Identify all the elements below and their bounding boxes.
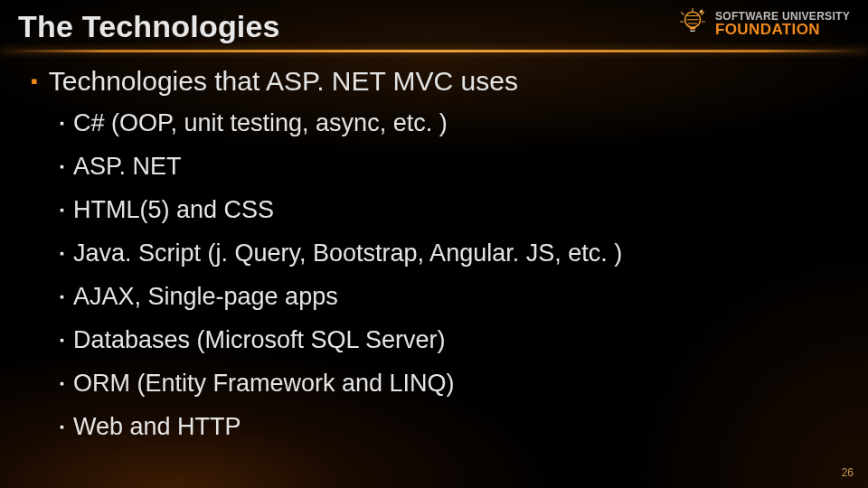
title-bar: The Technologies SOFTWARE UNIVERSITY FOU… bbox=[0, 0, 868, 50]
list-item-text: ORM (Entity Framework and LINQ) bbox=[73, 369, 455, 398]
list-item-text: Databases (Microsoft SQL Server) bbox=[73, 325, 446, 354]
square-bullet-icon: ▪ bbox=[60, 369, 64, 398]
square-bullet-icon: ▪ bbox=[60, 195, 64, 224]
slide-title: The Technologies bbox=[18, 9, 280, 44]
list-item: ▪ ORM (Entity Framework and LINQ) bbox=[60, 369, 850, 398]
square-bullet-icon: ▪ bbox=[60, 325, 64, 354]
list-item-text: Web and HTTP bbox=[73, 412, 241, 441]
list-item: ▪ Java. Script (j. Query, Bootstrap, Ang… bbox=[60, 239, 850, 267]
list-item-text: Java. Script (j. Query, Bootstrap, Angul… bbox=[73, 239, 622, 267]
brand-logo-text: SOFTWARE UNIVERSITY FOUNDATION bbox=[715, 11, 850, 38]
square-bullet-icon: ▪ bbox=[60, 412, 64, 441]
bullet-level2-list: ▪ C# (OOP, unit testing, async, etc. ) ▪… bbox=[60, 108, 850, 441]
list-item: ▪ HTML(5) and CSS bbox=[60, 195, 850, 224]
lightbulb-icon bbox=[677, 7, 708, 42]
list-item: ▪ Databases (Microsoft SQL Server) bbox=[60, 325, 850, 354]
list-item: ▪ AJAX, Single-page apps bbox=[60, 282, 850, 311]
square-bullet-icon: ▪ bbox=[31, 65, 38, 98]
slide-body: ▪ Technologies that ASP. NET MVC uses ▪ … bbox=[0, 52, 868, 441]
square-bullet-icon: ▪ bbox=[60, 152, 64, 181]
list-item: ▪ Web and HTTP bbox=[60, 412, 850, 441]
list-item: ▪ C# (OOP, unit testing, async, etc. ) bbox=[60, 108, 850, 137]
square-bullet-icon: ▪ bbox=[60, 282, 64, 311]
list-item: ▪ ASP. NET bbox=[60, 152, 850, 181]
list-item-text: ASP. NET bbox=[73, 152, 182, 181]
square-bullet-icon: ▪ bbox=[60, 239, 64, 267]
list-item-text: C# (OOP, unit testing, async, etc. ) bbox=[73, 108, 448, 137]
bullet-level1: ▪ Technologies that ASP. NET MVC uses bbox=[31, 65, 850, 98]
bullet-level1-text: Technologies that ASP. NET MVC uses bbox=[49, 65, 518, 98]
brand-line2: FOUNDATION bbox=[715, 22, 850, 37]
brand-logo: SOFTWARE UNIVERSITY FOUNDATION bbox=[677, 7, 850, 42]
list-item-text: HTML(5) and CSS bbox=[73, 195, 274, 224]
page-number: 26 bbox=[842, 466, 854, 479]
list-item-text: AJAX, Single-page apps bbox=[73, 282, 338, 311]
square-bullet-icon: ▪ bbox=[60, 108, 64, 137]
